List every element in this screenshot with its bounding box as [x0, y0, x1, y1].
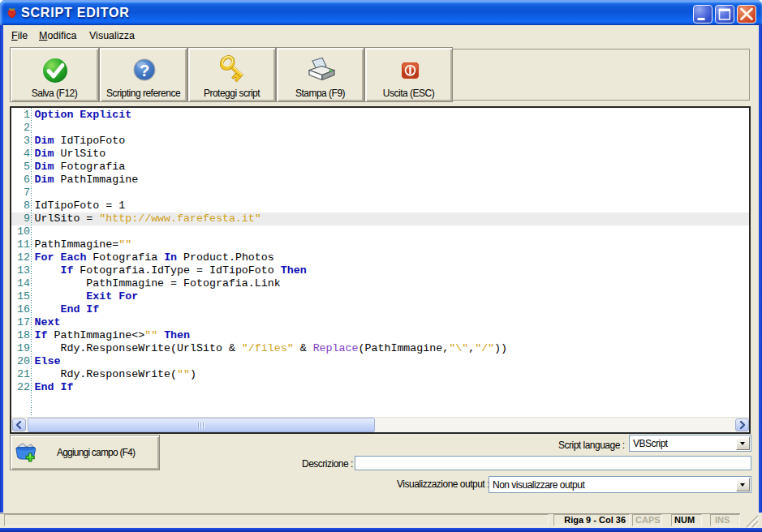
svg-text:?: ? — [140, 62, 149, 79]
